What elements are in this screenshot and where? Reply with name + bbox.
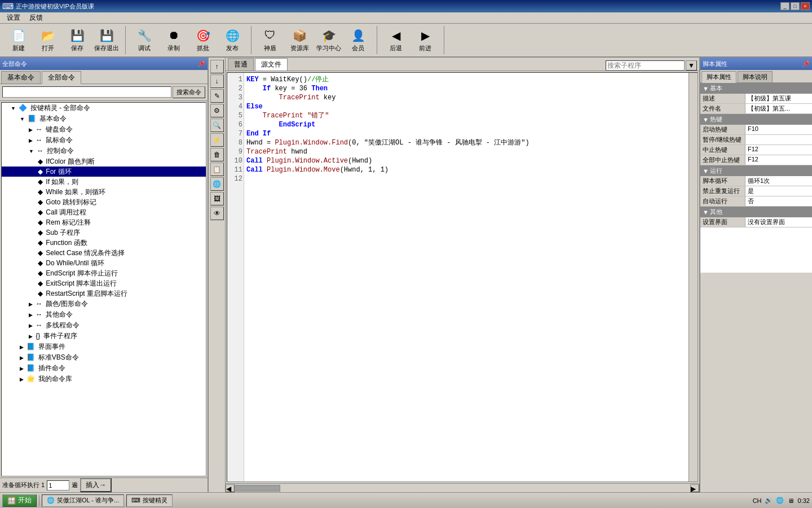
scroll-thumb[interactable] bbox=[235, 485, 280, 492]
tree-select[interactable]: ◆ Select Case 情况条件选择 bbox=[2, 248, 206, 258]
restore-button[interactable]: □ bbox=[791, 2, 800, 10]
root-icon: 🔷 bbox=[19, 104, 27, 112]
toolbar-debug[interactable]: 🔧 调试 bbox=[130, 26, 158, 54]
tree-vbs[interactable]: ▶ 📘 标准VBS命令 bbox=[2, 352, 206, 363]
toolbar-member[interactable]: 👤 会员 bbox=[344, 26, 372, 54]
editor-area: 普通 源文件 ▼ 12345 678910 1112 KEY = WaitKey… bbox=[226, 58, 699, 492]
toolbar-open[interactable]: 📂 打开 bbox=[34, 26, 62, 54]
mid-btn-delete[interactable]: 🗑 bbox=[210, 148, 224, 161]
game-icon: 🌐 bbox=[47, 497, 55, 504]
prop-filename: 文件名 【初级】第五... bbox=[700, 104, 812, 114]
code-editor[interactable]: KEY = WaitKey()//停止 If key = 36 Then Tra… bbox=[244, 73, 689, 481]
tree-sub[interactable]: ◆ Sub 子程序 bbox=[2, 227, 206, 238]
right-panel-pin: 📌 bbox=[802, 60, 810, 68]
horiz-scrollbar[interactable]: ◀ ▶ bbox=[226, 483, 699, 492]
tree-while[interactable]: ◆ While 如果，则循环 bbox=[2, 187, 206, 197]
section-hotkey-header: ▼ 热键 bbox=[700, 114, 812, 125]
toolbar-learn[interactable]: 🎓 学习中心 bbox=[315, 26, 343, 54]
tree-for[interactable]: ◆ For 循环 bbox=[2, 167, 206, 177]
tree-color[interactable]: ▶ ↔ 颜色/图形命令 bbox=[2, 299, 206, 309]
insert-button[interactable]: 插入→ bbox=[80, 478, 112, 492]
taskbar-item-game[interactable]: 🌐 笑傲江湖OL - 谁与争... bbox=[42, 494, 124, 507]
tree-other[interactable]: ▶ ↔ 其他命令 bbox=[2, 309, 206, 320]
titlebar-left: ⌨ 正中游按键初级VIP会员版课 bbox=[2, 2, 94, 11]
tree-if[interactable]: ◆ If 如果，则 bbox=[2, 177, 206, 187]
toolbar-save-exit[interactable]: 💾 保存退出 bbox=[92, 26, 121, 54]
tree-rem[interactable]: ◆ Rem 标记/注释 bbox=[2, 217, 206, 227]
tab-script-desc[interactable]: 脚本说明 bbox=[738, 71, 773, 82]
menu-feedback[interactable]: 反馈 bbox=[25, 12, 47, 24]
tab-basic-commands[interactable]: 基本命令 bbox=[1, 71, 41, 84]
toolbar-grab[interactable]: 🎯 抓批 bbox=[189, 26, 217, 54]
toolbar-record[interactable]: ⏺ 录制 bbox=[160, 26, 188, 54]
tree-ui-events[interactable]: ▶ 📘 界面事件 bbox=[2, 341, 206, 352]
prop-interface: 设置界面 没有设置界面 bbox=[700, 217, 812, 227]
mid-btn-search[interactable]: 🔍 bbox=[210, 119, 224, 132]
toolbar-publish[interactable]: 🌐 发布 bbox=[218, 26, 246, 54]
section-basic: ▼ 基本 描述 【初级】第五课 文件名 【初级】第五... bbox=[700, 83, 812, 114]
tree-mylib[interactable]: ▶ 🌟 我的命令库 bbox=[2, 374, 206, 384]
tree-root[interactable]: ▼ 🔷 按键精灵 - 全部命令 bbox=[2, 103, 206, 113]
open-icon: 📂 bbox=[39, 28, 57, 43]
toolbar-shield[interactable]: 🛡 神盾 bbox=[256, 26, 284, 54]
toolbar-save[interactable]: 💾 保存 bbox=[63, 26, 91, 54]
tab-all-commands[interactable]: 全部命令 bbox=[42, 71, 81, 84]
tree-restartscript[interactable]: ◆ RestartScript 重启脚本运行 bbox=[2, 288, 206, 299]
toolbar-new[interactable]: 📄 新建 bbox=[5, 26, 33, 54]
record-icon: ⏺ bbox=[165, 28, 183, 43]
tray-volume: 🔊 bbox=[764, 496, 773, 505]
section-run-header: ▼ 运行 bbox=[700, 165, 812, 176]
forward-icon: ▶ bbox=[416, 28, 434, 43]
subroutine-search-input[interactable] bbox=[606, 60, 685, 71]
section-basic-header: ▼ 基本 bbox=[700, 83, 812, 94]
save-icon: 💾 bbox=[68, 28, 86, 43]
tree-basic[interactable]: ▼ 📘 基本命令 bbox=[2, 113, 206, 124]
tree-goto[interactable]: ◆ Goto 跳转到标记 bbox=[2, 197, 206, 207]
mid-btn-copy[interactable]: 📋 bbox=[210, 163, 224, 176]
scroll-right-button[interactable]: ▶ bbox=[690, 484, 699, 492]
tree-ifcolor[interactable]: ◆ IfColor 颜色判断 bbox=[2, 156, 206, 167]
start-button[interactable]: 🪟 开始 bbox=[2, 494, 37, 507]
properties-content: ▼ 基本 描述 【初级】第五课 文件名 【初级】第五... ▼ 热键 bbox=[700, 83, 812, 492]
tree-function[interactable]: ◆ Function 函数 bbox=[2, 238, 206, 248]
scroll-left-button[interactable]: ◀ bbox=[226, 484, 235, 492]
mid-btn-image[interactable]: 🖼 bbox=[210, 192, 224, 205]
mid-btn-view[interactable]: 👁 bbox=[210, 207, 224, 220]
mid-btn-up[interactable]: ↑ bbox=[210, 60, 224, 73]
editor-scrollbar[interactable] bbox=[689, 73, 698, 481]
member-icon: 👤 bbox=[349, 28, 367, 43]
tree-endscript[interactable]: ◆ EndScript 脚本停止运行 bbox=[2, 268, 206, 278]
search-button[interactable]: 搜索命令 bbox=[173, 86, 205, 98]
toolbar-forward[interactable]: ▶ 前进 bbox=[411, 26, 439, 54]
toolbar-back[interactable]: ◀ 后退 bbox=[382, 26, 410, 54]
expand-icon: ▼ bbox=[11, 106, 16, 111]
mid-btn-edit[interactable]: ✎ bbox=[210, 89, 224, 103]
menu-settings[interactable]: 设置 bbox=[2, 12, 25, 24]
close-button[interactable]: × bbox=[801, 2, 810, 10]
command-search-input[interactable] bbox=[2, 86, 171, 98]
search-dropdown-button[interactable]: ▼ bbox=[686, 60, 697, 71]
mid-btn-settings[interactable]: ⚙ bbox=[210, 104, 224, 117]
tree-mouse[interactable]: ▶ ↔ 鼠标命令 bbox=[2, 135, 206, 146]
mid-btn-run[interactable]: ⚡ bbox=[210, 133, 224, 147]
tab-source[interactable]: 源文件 bbox=[255, 58, 288, 71]
right-panel: 脚本属性 📌 脚本属性 脚本说明 ▼ 基本 描述 【初级】第五课 文件名 【初级… bbox=[699, 58, 812, 492]
toolbar-resources[interactable]: 📦 资源库 bbox=[285, 26, 314, 54]
tree-multithread[interactable]: ▶ ↔ 多线程命令 bbox=[2, 320, 206, 331]
mid-btn-down[interactable]: ↓ bbox=[210, 75, 224, 88]
tree-plugins[interactable]: ▶ 📘 插件命令 bbox=[2, 363, 206, 374]
loop-count-input[interactable] bbox=[47, 480, 69, 491]
tree-events[interactable]: ▶ {} 事件子程序 bbox=[2, 331, 206, 341]
tree-control[interactable]: ▼ ↔ 控制命令 bbox=[2, 146, 206, 156]
scroll-track[interactable] bbox=[235, 484, 690, 492]
minimize-button[interactable]: _ bbox=[780, 2, 789, 10]
tree-keyboard[interactable]: ▶ ↔ 键盘命令 bbox=[2, 124, 206, 135]
mid-btn-web[interactable]: 🌐 bbox=[210, 177, 224, 191]
tree-exitscript[interactable]: ◆ ExitScript 脚本退出运行 bbox=[2, 278, 206, 288]
taskbar-item-anjian[interactable]: ⌨ 按键精灵 bbox=[126, 494, 173, 507]
tab-normal[interactable]: 普通 bbox=[228, 58, 254, 71]
tab-script-props[interactable]: 脚本属性 bbox=[701, 71, 736, 83]
tree-call[interactable]: ◆ Call 调用过程 bbox=[2, 207, 206, 217]
left-panel: 全部命令 📌 基本命令 全部命令 搜索命令 ▼ 🔷 按键精灵 - 全部命令 ▼ … bbox=[0, 58, 209, 492]
tree-dowhile[interactable]: ◆ Do While/Until 循环 bbox=[2, 258, 206, 268]
